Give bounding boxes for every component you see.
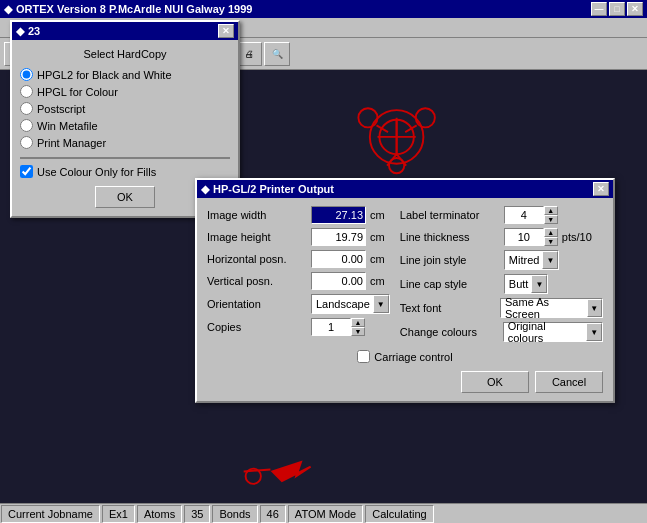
option-hpgl-colour[interactable]: HPGL for Colour xyxy=(20,85,230,98)
text-font-arrow[interactable]: ▼ xyxy=(587,299,602,317)
orientation-row: Orientation Landscape ▼ xyxy=(207,294,390,314)
option-print-manager[interactable]: Print Manager xyxy=(20,136,230,149)
option-postscript[interactable]: Postscript xyxy=(20,102,230,115)
title-bar: ◆ ORTEX Version 8 P.McArdle NUI Galway 1… xyxy=(0,0,647,18)
app-title: ORTEX Version 8 P.McArdle NUI Galway 199… xyxy=(16,3,252,15)
line-cap-value: Butt xyxy=(505,275,533,293)
orientation-value: Landscape xyxy=(312,295,374,313)
label-term-down[interactable]: ▼ xyxy=(544,215,558,224)
use-colour-checkbox[interactable] xyxy=(20,165,33,178)
change-colours-value: Original colours xyxy=(504,323,587,341)
copies-spinner-btns: ▲ ▼ xyxy=(351,318,365,336)
label-terminator-input[interactable] xyxy=(504,206,544,224)
vertical-posn-unit: cm xyxy=(370,275,385,287)
hardcopy-ok-button[interactable]: OK xyxy=(95,186,155,208)
printer-icon: ◆ xyxy=(201,183,209,196)
line-thick-down[interactable]: ▼ xyxy=(544,237,558,246)
status-bonds: Bonds xyxy=(212,505,257,523)
hardcopy-close-button[interactable]: ✕ xyxy=(218,24,234,38)
hardcopy-header: Select HardCopy xyxy=(20,48,230,60)
line-thickness-spinner: ▲ ▼ xyxy=(504,228,558,246)
close-button[interactable]: ✕ xyxy=(627,2,643,16)
copies-up[interactable]: ▲ xyxy=(351,318,365,327)
printer-dialog-title: ◆ HP-GL/2 Printer Output ✕ xyxy=(197,180,613,198)
option-hpgl-colour-label: HPGL for Colour xyxy=(37,86,118,98)
orientation-label: Orientation xyxy=(207,298,307,310)
line-cap-dropdown[interactable]: Butt ▼ xyxy=(504,274,549,294)
option-print-manager-radio[interactable] xyxy=(20,136,33,149)
horizontal-posn-input[interactable] xyxy=(311,250,366,268)
maximize-button[interactable]: □ xyxy=(609,2,625,16)
line-thickness-label: Line thickness xyxy=(400,231,500,243)
printer-dialog: ◆ HP-GL/2 Printer Output ✕ Image width c… xyxy=(195,178,615,403)
printer-dialog-footer: OK Cancel xyxy=(207,371,603,393)
option-postscript-radio[interactable] xyxy=(20,102,33,115)
use-colour-label: Use Colour Only for Fills xyxy=(37,166,156,178)
copies-input[interactable] xyxy=(311,318,351,336)
copies-down[interactable]: ▼ xyxy=(351,327,365,336)
line-join-dropdown[interactable]: Mitred ▼ xyxy=(504,250,560,270)
vertical-posn-label: Vertical posn. xyxy=(207,275,307,287)
hardcopy-dialog-title: ◆ 23 ✕ xyxy=(12,22,238,40)
status-bar: Current Jobname Ex1 Atoms 35 Bonds 46 AT… xyxy=(0,503,647,523)
toolbar-btn-search[interactable]: 🔍 xyxy=(264,42,290,66)
use-colour-checkbox-row[interactable]: Use Colour Only for Fills xyxy=(20,165,230,178)
label-term-up[interactable]: ▲ xyxy=(544,206,558,215)
status-ex1: Ex1 xyxy=(102,505,135,523)
hardcopy-options: HPGL2 for Black and White HPGL for Colou… xyxy=(20,68,230,149)
printer-cancel-button[interactable]: Cancel xyxy=(535,371,603,393)
carriage-control-checkbox[interactable] xyxy=(357,350,370,363)
line-thickness-input[interactable] xyxy=(504,228,544,246)
hardcopy-title-text: 23 xyxy=(28,25,40,37)
option-win-metafile[interactable]: Win Metafile xyxy=(20,119,230,132)
line-thickness-row: Line thickness ▲ ▼ pts/10 xyxy=(400,228,603,246)
vertical-posn-row: Vertical posn. cm xyxy=(207,272,390,290)
vertical-posn-input[interactable] xyxy=(311,272,366,290)
line-cap-style-row: Line cap style Butt ▼ xyxy=(400,274,603,294)
option-postscript-label: Postscript xyxy=(37,103,85,115)
line-thickness-unit: pts/10 xyxy=(562,231,592,243)
option-win-metafile-label: Win Metafile xyxy=(37,120,98,132)
image-height-unit: cm xyxy=(370,231,385,243)
horizontal-posn-label: Horizontal posn. xyxy=(207,253,307,265)
option-hpgl2-label: HPGL2 for Black and White xyxy=(37,69,172,81)
change-colours-arrow[interactable]: ▼ xyxy=(586,323,602,341)
left-column: Image width cm Image height cm Horizonta… xyxy=(207,206,390,346)
line-join-arrow[interactable]: ▼ xyxy=(542,251,558,269)
orientation-arrow[interactable]: ▼ xyxy=(373,295,389,313)
carriage-control-row: Carriage control xyxy=(207,350,603,363)
image-width-label: Image width xyxy=(207,209,307,221)
minimize-button[interactable]: — xyxy=(591,2,607,16)
printer-close-button[interactable]: ✕ xyxy=(593,182,609,196)
text-font-label: Text font xyxy=(400,302,496,314)
printer-ok-button[interactable]: OK xyxy=(461,371,529,393)
change-colours-dropdown[interactable]: Original colours ▼ xyxy=(503,322,603,342)
copies-spinner: ▲ ▼ xyxy=(311,318,365,336)
option-hpgl2-radio[interactable] xyxy=(20,68,33,81)
change-colours-label: Change colours xyxy=(400,326,499,338)
label-terminator-label: Label terminator xyxy=(400,209,500,221)
printer-body: Image width cm Image height cm Horizonta… xyxy=(197,198,613,401)
text-font-dropdown[interactable]: Same As Screen ▼ xyxy=(500,298,603,318)
svg-point-1 xyxy=(358,108,377,127)
option-hpgl2[interactable]: HPGL2 for Black and White xyxy=(20,68,230,81)
option-win-metafile-radio[interactable] xyxy=(20,119,33,132)
line-cap-style-label: Line cap style xyxy=(400,278,500,290)
app-icon: ◆ xyxy=(4,3,12,16)
orientation-dropdown[interactable]: Landscape ▼ xyxy=(311,294,390,314)
status-atom-mode: ATOM Mode xyxy=(288,505,363,523)
change-colours-row: Change colours Original colours ▼ xyxy=(400,322,603,342)
option-hpgl-colour-radio[interactable] xyxy=(20,85,33,98)
line-thick-up[interactable]: ▲ xyxy=(544,228,558,237)
line-cap-arrow[interactable]: ▼ xyxy=(531,275,547,293)
text-font-row: Text font Same As Screen ▼ xyxy=(400,298,603,318)
image-height-row: Image height cm xyxy=(207,228,390,246)
image-height-label: Image height xyxy=(207,231,307,243)
carriage-control-label: Carriage control xyxy=(374,351,452,363)
image-width-input[interactable] xyxy=(311,206,366,224)
text-font-value: Same As Screen xyxy=(501,299,588,317)
line-join-value: Mitred xyxy=(505,251,544,269)
image-height-input[interactable] xyxy=(311,228,366,246)
line-thickness-btns: ▲ ▼ xyxy=(544,228,558,246)
option-print-manager-label: Print Manager xyxy=(37,137,106,149)
